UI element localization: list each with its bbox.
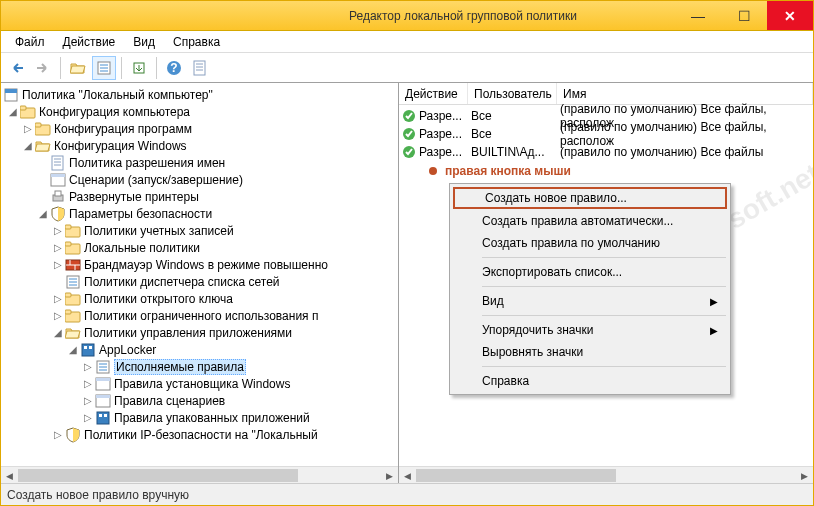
chevron-right-icon[interactable]: ▷ bbox=[50, 225, 65, 236]
chevron-right-icon[interactable]: ▷ bbox=[20, 123, 35, 134]
col-user[interactable]: Пользователь bbox=[468, 83, 557, 104]
check-icon bbox=[402, 145, 416, 159]
chevron-right-icon[interactable]: ▷ bbox=[50, 429, 65, 440]
tree-item[interactable]: AppLocker bbox=[99, 343, 156, 357]
chevron-right-icon[interactable]: ▷ bbox=[50, 293, 65, 304]
tree-item[interactable]: Локальные политики bbox=[84, 241, 200, 255]
chevron-right-icon[interactable]: ▷ bbox=[80, 378, 95, 389]
submenu-arrow-icon: ▶ bbox=[710, 296, 718, 307]
tree-item[interactable]: Политики управления приложениями bbox=[84, 326, 292, 340]
properties-button[interactable] bbox=[188, 56, 212, 80]
close-button[interactable]: ✕ bbox=[767, 1, 813, 30]
rules-list[interactable]: Разре...Все(правило по умолчанию) Все фа… bbox=[399, 105, 813, 163]
printer-icon bbox=[50, 189, 66, 205]
minimize-button[interactable]: — bbox=[675, 1, 721, 30]
check-icon bbox=[402, 127, 416, 141]
scroll-left-icon[interactable]: ◀ bbox=[399, 467, 416, 484]
submenu-arrow-icon: ▶ bbox=[710, 325, 718, 336]
menu-create-rule[interactable]: Создать новое правило... bbox=[453, 187, 727, 209]
list-row[interactable]: Разре...BUILTIN\Ад...(правило по умолчан… bbox=[399, 143, 813, 161]
context-menu: Создать новое правило... Создать правила… bbox=[449, 183, 731, 395]
chevron-down-icon[interactable]: ◢ bbox=[20, 140, 35, 151]
tree-item[interactable]: Политики ограниченного использования п bbox=[84, 309, 318, 323]
scroll-right-icon[interactable]: ▶ bbox=[796, 467, 813, 484]
scrollbar-horizontal[interactable]: ◀▶ bbox=[1, 466, 398, 483]
shield-icon bbox=[65, 427, 81, 443]
menu-separator bbox=[482, 315, 726, 316]
check-icon bbox=[402, 109, 416, 123]
folder-open-icon bbox=[65, 325, 81, 341]
menu-create-auto[interactable]: Создать правила автоматически... bbox=[452, 210, 728, 232]
chevron-right-icon[interactable]: ▷ bbox=[50, 242, 65, 253]
chevron-down-icon[interactable]: ◢ bbox=[65, 344, 80, 355]
col-action[interactable]: Действие bbox=[399, 83, 468, 104]
menu-create-default[interactable]: Создать правила по умолчанию bbox=[452, 232, 728, 254]
menu-separator bbox=[482, 286, 726, 287]
menu-export-list[interactable]: Экспортировать список... bbox=[452, 261, 728, 283]
chevron-down-icon[interactable]: ◢ bbox=[35, 208, 50, 219]
list-pane: Действие Пользователь Имя Разре...Все(пр… bbox=[399, 83, 813, 483]
folder-icon bbox=[20, 104, 36, 120]
menu-view[interactable]: Вид▶ bbox=[452, 290, 728, 312]
folder-icon bbox=[65, 308, 81, 324]
tree-item[interactable]: Правила упакованных приложений bbox=[114, 411, 310, 425]
tree-root[interactable]: Политика "Локальный компьютер" bbox=[22, 88, 213, 102]
tree-item[interactable]: Брандмауэр Windows в режиме повышенно bbox=[84, 258, 328, 272]
back-button[interactable] bbox=[5, 56, 29, 80]
chevron-right-icon[interactable]: ▷ bbox=[50, 310, 65, 321]
view-button[interactable] bbox=[92, 56, 116, 80]
tree-item[interactable]: Правила сценариев bbox=[114, 394, 225, 408]
policy-tree[interactable]: Политика "Локальный компьютер" ◢Конфигур… bbox=[1, 83, 398, 466]
forward-button[interactable] bbox=[31, 56, 55, 80]
chevron-right-icon[interactable]: ▷ bbox=[50, 259, 65, 270]
title-bar: Редактор локальной групповой политики — … bbox=[1, 1, 813, 31]
root-icon bbox=[3, 87, 19, 103]
script-icon bbox=[50, 172, 66, 188]
tree-item-selected[interactable]: Исполняемые правила bbox=[114, 359, 246, 375]
firewall-icon bbox=[65, 257, 81, 273]
folder-button[interactable] bbox=[66, 56, 90, 80]
folder-icon bbox=[65, 291, 81, 307]
menu-help[interactable]: Справка bbox=[452, 370, 728, 392]
tree-item[interactable]: Сценарии (запуск/завершение) bbox=[69, 173, 243, 187]
maximize-button[interactable]: ☐ bbox=[721, 1, 767, 30]
tree-item[interactable]: Правила установщика Windows bbox=[114, 377, 290, 391]
tree-item[interactable]: Развернутые принтеры bbox=[69, 190, 199, 204]
status-bar: Создать новое правило вручную bbox=[1, 483, 813, 505]
help-button[interactable] bbox=[162, 56, 186, 80]
col-name[interactable]: Имя bbox=[557, 83, 813, 104]
tree-item[interactable]: Конфигурация компьютера bbox=[39, 105, 190, 119]
menu-help[interactable]: Справка bbox=[165, 33, 228, 51]
scrollbar-horizontal[interactable]: ◀▶ bbox=[399, 466, 813, 483]
tree-item[interactable]: Конфигурация Windows bbox=[54, 139, 187, 153]
chevron-down-icon[interactable]: ◢ bbox=[5, 106, 20, 117]
chevron-down-icon[interactable]: ◢ bbox=[50, 327, 65, 338]
menu-view[interactable]: Вид bbox=[125, 33, 163, 51]
annotation-label: правая кнопка мыши bbox=[429, 163, 571, 178]
doc-icon bbox=[50, 155, 66, 171]
folder-icon bbox=[65, 240, 81, 256]
list-icon bbox=[65, 274, 81, 290]
tree-item[interactable]: Конфигурация программ bbox=[54, 122, 192, 136]
menu-file[interactable]: Файл bbox=[7, 33, 53, 51]
scroll-left-icon[interactable]: ◀ bbox=[1, 467, 18, 484]
chevron-right-icon[interactable]: ▷ bbox=[80, 395, 95, 406]
menu-arrange-icons[interactable]: Упорядочить значки▶ bbox=[452, 319, 728, 341]
list-row[interactable]: Разре...Все(правило по умолчанию) Все фа… bbox=[399, 125, 813, 143]
menu-bar: Файл Действие Вид Справка bbox=[1, 31, 813, 53]
menu-align-icons[interactable]: Выровнять значки bbox=[452, 341, 728, 363]
script-icon bbox=[95, 393, 111, 409]
scroll-right-icon[interactable]: ▶ bbox=[381, 467, 398, 484]
tree-item[interactable]: Политики открытого ключа bbox=[84, 292, 233, 306]
chevron-right-icon[interactable]: ▷ bbox=[80, 412, 95, 423]
tree-item[interactable]: Политики учетных записей bbox=[84, 224, 234, 238]
window-title: Редактор локальной групповой политики bbox=[251, 9, 675, 23]
chevron-right-icon[interactable]: ▷ bbox=[80, 361, 95, 372]
tree-item[interactable]: Политики IP-безопасности на "Локальный bbox=[84, 428, 318, 442]
tree-item[interactable]: Политики диспетчера списка сетей bbox=[84, 275, 280, 289]
tree-item[interactable]: Параметры безопасности bbox=[69, 207, 212, 221]
export-button[interactable] bbox=[127, 56, 151, 80]
script-icon bbox=[95, 376, 111, 392]
menu-action[interactable]: Действие bbox=[55, 33, 124, 51]
tree-item[interactable]: Политика разрешения имен bbox=[69, 156, 225, 170]
